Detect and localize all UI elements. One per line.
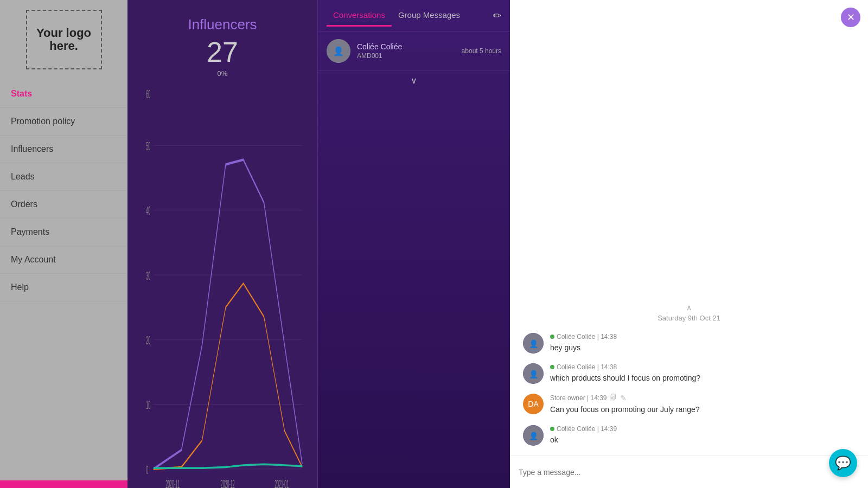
date-separator: ∧ Saturday 9th Oct 21 (523, 303, 855, 322)
conv-id: AMD001 (357, 52, 462, 60)
chevron-up-icon: ∧ (686, 303, 692, 312)
message-row: 👤Coliée Coliée | 14:38which products sho… (523, 363, 855, 384)
message-avatar: 👤 (523, 363, 544, 384)
svg-text:2021-01: 2021-01 (275, 477, 289, 488)
message-content: Store owner | 14:39🗐✎Can you focus on pr… (550, 394, 855, 415)
chart-svg-container: 0 10 20 30 40 50 60 (137, 88, 308, 488)
message-sender: Coliée Coliée | 14:38 (550, 363, 855, 371)
sidebar-item-my-account[interactable]: My Account (0, 246, 127, 274)
message-text: Can you focus on promoting our July rang… (550, 404, 855, 415)
svg-text:2020-11: 2020-11 (165, 477, 180, 488)
nav-menu: StatsPromotion policyInfluencersLeadsOrd… (0, 80, 127, 488)
message-avatar: DA (523, 394, 544, 414)
chart-title: Influencers (188, 16, 257, 33)
copy-icon[interactable]: 🗐 (609, 394, 617, 402)
message-text: ok (550, 434, 855, 446)
message-content: Coliée Coliée | 14:38which products shou… (550, 363, 855, 384)
tab-group-messages[interactable]: Group Messages (392, 5, 467, 27)
svg-text:👤: 👤 (529, 339, 539, 349)
message-sender: Coliée Coliée | 14:38 (550, 333, 855, 341)
online-indicator (550, 427, 554, 431)
sidebar-item-help[interactable]: Help (0, 274, 127, 301)
message-row: 👤Coliée Coliée | 14:39ok (523, 425, 855, 446)
conversations-panel: Conversations Group Messages ✏ 👤 Coliée … (317, 0, 510, 488)
sender-name: Coliée Coliée | 14:39 (557, 425, 617, 433)
chat-input[interactable] (519, 468, 859, 477)
svg-text:👤: 👤 (333, 46, 344, 56)
sidebar-item-promotion-policy[interactable]: Promotion policy (0, 108, 127, 136)
message-sender: Coliée Coliée | 14:39 (550, 425, 855, 433)
chart-svg: 0 10 20 30 40 50 60 (137, 88, 308, 488)
chart-area: Influencers 27 0% 0 10 20 30 40 50 60 (127, 0, 317, 488)
sender-name: Coliée Coliée | 14:38 (557, 363, 617, 371)
online-indicator (550, 335, 554, 339)
chart-percent: 0% (218, 69, 228, 78)
close-button[interactable]: ✕ (841, 8, 860, 27)
online-indicator (550, 365, 554, 369)
conv-info: Coliée Coliée AMD001 (357, 42, 462, 60)
chat-input-area (510, 455, 868, 488)
edit-msg-icon[interactable]: ✎ (620, 394, 627, 402)
sender-name: Store owner | 14:39 (550, 394, 607, 402)
main-content: Influencers 27 0% 0 10 20 30 40 50 60 (127, 0, 317, 488)
svg-text:60: 60 (146, 88, 150, 101)
chat-panel: ✕ ∧ Saturday 9th Oct 21 👤Coliée Coliée |… (510, 0, 868, 488)
message-content: Coliée Coliée | 14:39ok (550, 425, 855, 446)
message-content: Coliée Coliée | 14:38hey guys (550, 333, 855, 354)
message-row: 👤Coliée Coliée | 14:38hey guys (523, 333, 855, 354)
message-avatar: 👤 (523, 425, 544, 446)
svg-text:50: 50 (146, 139, 150, 153)
date-label: Saturday 9th Oct 21 (658, 314, 720, 322)
svg-text:40: 40 (146, 204, 150, 218)
sidebar-item-orders[interactable]: Orders (0, 191, 127, 219)
message-row: DAStore owner | 14:39🗐✎Can you focus on … (523, 394, 855, 415)
logo: Your logo here. (26, 10, 102, 69)
sidebar: Your logo here. StatsPromotion policyInf… (0, 0, 127, 488)
svg-text:20: 20 (146, 333, 150, 348)
chart-number: 27 (207, 36, 238, 68)
sidebar-item-stats[interactable]: Stats (0, 80, 127, 108)
conv-name: Coliée Coliée (357, 42, 462, 51)
conv-time: about 5 hours (462, 47, 501, 55)
svg-text:0: 0 (146, 463, 148, 477)
svg-text:30: 30 (146, 268, 150, 282)
svg-text:👤: 👤 (529, 432, 539, 441)
conv-list: 👤 Coliée Coliée AMD001 about 5 hours (318, 31, 510, 71)
tab-conversations[interactable]: Conversations (327, 5, 392, 27)
sidebar-item-influencers[interactable]: Influencers (0, 136, 127, 163)
svg-text:2020-12: 2020-12 (220, 477, 234, 488)
conv-avatar: 👤 (327, 39, 350, 63)
message-text: hey guys (550, 342, 855, 354)
sidebar-item-payments[interactable]: Payments (0, 219, 127, 246)
sidebar-bottom-bar (0, 480, 127, 488)
sidebar-item-leads[interactable]: Leads (0, 163, 127, 191)
edit-icon[interactable]: ✏ (493, 10, 501, 22)
svg-text:👤: 👤 (529, 370, 539, 379)
message-actions: 🗐✎ (609, 394, 627, 402)
conv-chevron[interactable]: ∨ (318, 71, 510, 90)
message-text: which products should I focus on promoti… (550, 373, 855, 384)
conv-item[interactable]: 👤 Coliée Coliée AMD001 about 5 hours (318, 31, 510, 71)
sender-name: Coliée Coliée | 14:38 (557, 333, 617, 341)
chat-messages: ∧ Saturday 9th Oct 21 👤Coliée Coliée | 1… (510, 0, 868, 455)
support-bubble[interactable]: 💬 (829, 449, 857, 477)
message-avatar: 👤 (523, 333, 544, 354)
conv-tabs: Conversations Group Messages ✏ (318, 0, 510, 31)
message-sender: Store owner | 14:39🗐✎ (550, 394, 855, 402)
svg-text:10: 10 (146, 398, 150, 412)
